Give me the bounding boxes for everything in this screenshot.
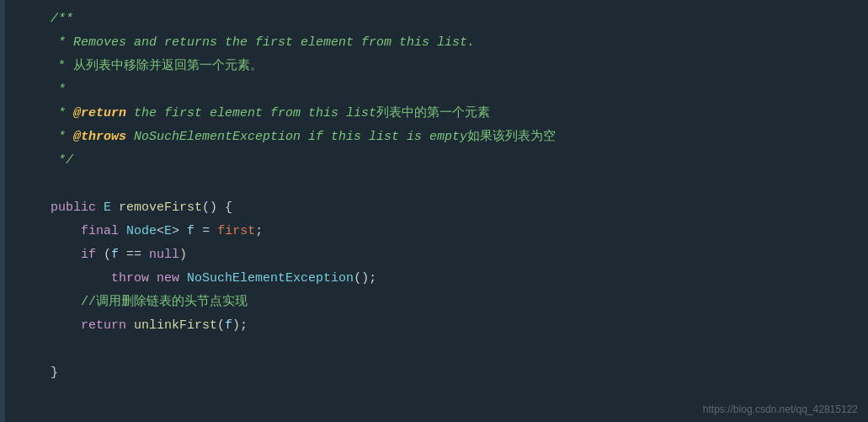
- parens: () {: [202, 198, 232, 217]
- code-line: //调用删除链表的头节点实现: [0, 291, 868, 315]
- code-line: }: [0, 362, 868, 386]
- comment-close: */: [51, 151, 73, 170]
- comment-text: * Removes and returns the first element …: [51, 33, 475, 52]
- keyword-if: if: [81, 245, 96, 264]
- indent4: [51, 292, 81, 312]
- var-f: f: [187, 222, 194, 241]
- code-line: if (f == null): [0, 244, 868, 268]
- assign: =: [194, 222, 217, 241]
- code-line: * Removes and returns the first element …: [0, 32, 868, 56]
- closing-brace: }: [51, 363, 58, 382]
- code-line: return unlinkFirst(f);: [0, 315, 868, 339]
- comment-open: /**: [51, 9, 73, 29]
- code-line: throw new NoSuchElementException();: [0, 268, 868, 291]
- code-line: * @return the first element from this li…: [0, 103, 868, 126]
- keyword-throw: throw: [111, 269, 149, 288]
- code-editor: /** * Removes and returns the first elem…: [0, 0, 868, 422]
- space6: [179, 269, 187, 288]
- code-line: * @throws NoSuchElementException if this…: [0, 126, 868, 150]
- throws-tag: @throws: [73, 127, 126, 147]
- op-eq: ==: [119, 245, 149, 264]
- comment-cn: * 从列表中移除并返回第一个元素。: [51, 56, 263, 76]
- space4: (: [96, 245, 111, 264]
- code-line: *: [0, 79, 868, 103]
- var-first: first: [217, 222, 255, 241]
- inline-comment: //调用删除链表的头节点实现: [81, 292, 248, 312]
- code-line-blank: [0, 339, 868, 362]
- space2: [111, 198, 119, 217]
- method-unlink: unlinkFirst: [134, 316, 217, 335]
- code-line: public E removeFirst() {: [0, 197, 868, 221]
- code-line: final Node<E> f = first;: [0, 221, 868, 244]
- call-parens2: );: [232, 316, 248, 335]
- semicolon: ;: [255, 222, 263, 241]
- return-cn: 列表中的第一个元素: [376, 104, 490, 123]
- var-f3: f: [225, 316, 232, 335]
- keyword-new: new: [157, 269, 179, 288]
- indent2: [51, 245, 81, 264]
- return-tag: @return: [73, 104, 126, 123]
- call-parens: (: [217, 316, 225, 335]
- indent3: [51, 269, 111, 288]
- space7: [126, 316, 134, 335]
- generic2: >: [172, 222, 187, 241]
- node-type: Node: [126, 222, 157, 241]
- comment-star: *: [51, 80, 66, 99]
- space5: [149, 269, 157, 288]
- generic: <: [157, 222, 164, 241]
- comment-star2: *: [51, 104, 73, 123]
- code-line-blank: [0, 174, 868, 197]
- space: [96, 198, 104, 217]
- left-bar: [0, 0, 5, 422]
- throws-cn: 如果该列表为空: [467, 127, 556, 147]
- comment-star3: *: [51, 127, 73, 147]
- return-text: the first element from this list: [126, 104, 376, 123]
- keyword-null: null: [149, 245, 179, 264]
- paren-close: ): [179, 245, 187, 264]
- code-line: /**: [0, 8, 868, 32]
- indent: [51, 222, 81, 241]
- throws-exception: NoSuchElementException if this list is e…: [126, 127, 467, 147]
- code-line: */: [0, 150, 868, 174]
- watermark: https://blog.csdn.net/qq_42815122: [703, 403, 858, 415]
- method-name: removeFirst: [119, 198, 202, 217]
- space3: [119, 222, 126, 241]
- code-line: * 从列表中移除并返回第一个元素。: [0, 56, 868, 79]
- type-e: E: [104, 198, 111, 217]
- keyword-return: return: [81, 316, 126, 335]
- keyword-public: public: [51, 198, 96, 217]
- type-e2: E: [164, 222, 172, 241]
- exception-type: NoSuchElementException: [187, 269, 354, 288]
- keyword-final: final: [81, 222, 119, 241]
- constructor-parens: ();: [354, 269, 376, 288]
- indent5: [51, 316, 81, 335]
- var-f2: f: [111, 245, 119, 264]
